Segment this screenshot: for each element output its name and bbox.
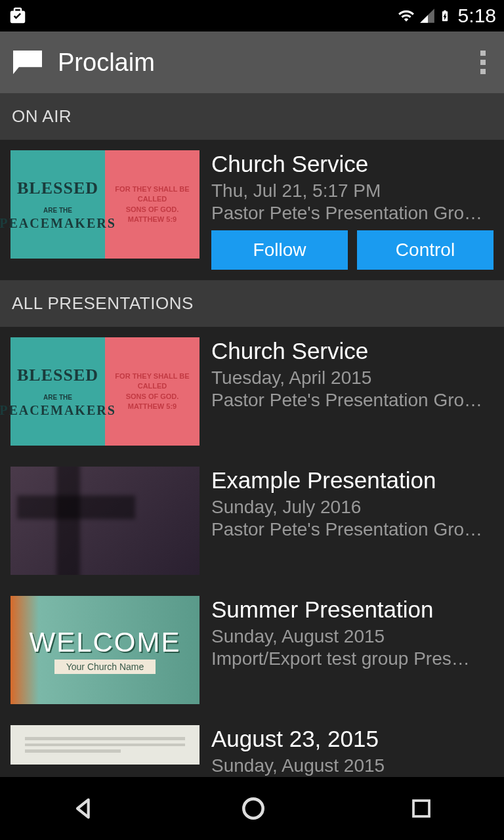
- svg-rect-1: [413, 801, 429, 816]
- back-button[interactable]: [71, 795, 97, 822]
- onair-thumbnail: BLESSED ARE THE PEACEMAKERS FOR THEY SHA…: [10, 150, 200, 259]
- presentation-thumbnail: WELCOME Your Church Name: [10, 596, 200, 704]
- app-icon: [13, 51, 42, 74]
- app-title: Proclaim: [58, 49, 480, 77]
- list-item[interactable]: WELCOME Your Church Name Summer Presenta…: [0, 585, 504, 715]
- section-on-air: ON AIR: [0, 93, 504, 140]
- recents-button[interactable]: [410, 797, 433, 820]
- onair-group: Pastor Pete's Presentation Gro…: [211, 203, 494, 224]
- presentation-title: Church Service: [211, 337, 494, 365]
- svg-point-0: [243, 799, 262, 818]
- presentation-date: Sunday, July 2016: [211, 497, 494, 518]
- list-item[interactable]: BLESSED ARE THE PEACEMAKERS FOR THEY SHA…: [0, 327, 504, 456]
- onair-date: Thu, Jul 21, 5:17 PM: [211, 180, 494, 201]
- presentation-thumbnail: [10, 725, 200, 765]
- list-item[interactable]: August 23, 2015 Sunday, August 2015: [0, 715, 504, 776]
- presentation-date: Sunday, August 2015: [211, 626, 494, 647]
- navigation-bar: [0, 777, 504, 840]
- presentation-group: Import/Export test group Pres…: [211, 648, 494, 669]
- action-bar: Proclaim: [0, 32, 504, 93]
- presentation-title: Summer Presentation: [211, 596, 494, 623]
- status-bar: 5:18: [0, 0, 504, 32]
- presentation-group: Pastor Pete's Presentation Gro…: [211, 390, 494, 411]
- cell-icon: [419, 7, 436, 24]
- status-time: 5:18: [458, 5, 496, 27]
- presentation-title: August 23, 2015: [211, 725, 494, 753]
- shop-icon: [8, 6, 28, 26]
- presentation-date: Tuesday, April 2015: [211, 368, 494, 388]
- presentation-group: Pastor Pete's Presentation Gro…: [211, 519, 494, 540]
- follow-button[interactable]: Follow: [211, 230, 348, 270]
- onair-item[interactable]: BLESSED ARE THE PEACEMAKERS FOR THEY SHA…: [0, 140, 504, 280]
- battery-charging-icon: [438, 6, 452, 26]
- presentation-date: Sunday, August 2015: [211, 755, 494, 776]
- overflow-menu-button[interactable]: [480, 51, 491, 74]
- content-scroll[interactable]: ON AIR BLESSED ARE THE PEACEMAKERS FOR T…: [0, 93, 504, 777]
- onair-title: Church Service: [211, 150, 494, 178]
- control-button[interactable]: Control: [357, 230, 494, 270]
- list-item[interactable]: Example Presentation Sunday, July 2016 P…: [0, 456, 504, 585]
- wifi-icon: [396, 7, 416, 24]
- home-button[interactable]: [239, 794, 268, 823]
- presentation-thumbnail: BLESSED ARE THE PEACEMAKERS FOR THEY SHA…: [10, 337, 200, 446]
- presentation-title: Example Presentation: [211, 467, 494, 494]
- presentation-thumbnail: [10, 467, 200, 575]
- section-all-presentations: ALL PRESENTATIONS: [0, 280, 504, 327]
